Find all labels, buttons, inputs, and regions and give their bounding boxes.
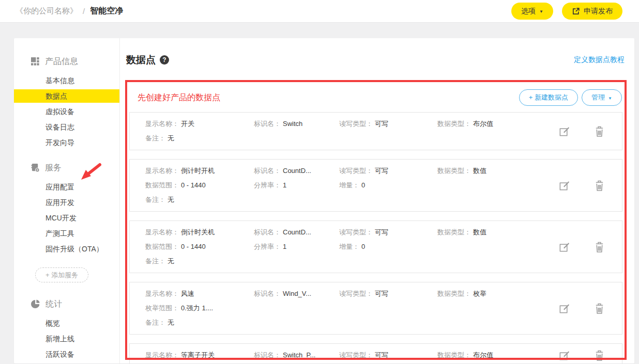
new-datapoint-button[interactable]: + 新建数据点	[519, 89, 578, 106]
delete-datapoint-icon[interactable]	[594, 350, 605, 361]
help-icon[interactable]: ?	[160, 55, 169, 65]
external-link-icon	[572, 7, 580, 15]
field-value: 0 - 1440	[181, 243, 206, 250]
content-header: 数据点 ? 定义数据点教程	[126, 52, 625, 68]
sidebar-item[interactable]: 新增上线	[14, 331, 119, 346]
sidebar-item[interactable]: MCU开发	[14, 210, 119, 226]
field-label: 标识名：	[254, 351, 281, 359]
field-label: 显示名称：	[145, 167, 179, 175]
manage-button-label: 管理	[591, 93, 605, 102]
sidebar-items-services: 应用配置应用开发MCU开发产测工具固件升级（OTA）	[14, 179, 119, 257]
options-button[interactable]: 选项 ▼	[511, 3, 553, 20]
field-value: 开关	[181, 120, 194, 128]
edit-datapoint-icon[interactable]	[558, 180, 570, 192]
sidebar-item[interactable]: 活跃设备	[14, 346, 119, 362]
datapoint-list: 显示名称：开关标识名：Switch读写类型：可写数据类型：布尔值备注：无显示名称…	[125, 112, 627, 363]
sidebar-section-title: 统计	[45, 299, 62, 310]
sidebar-item[interactable]: 虚拟设备	[14, 104, 119, 119]
main-card: 产品信息 基本信息数据点虚拟设备设备日志开发向导 服务 应用配置应用开发MCU开…	[14, 38, 634, 363]
field-label: 读写类型：	[339, 167, 373, 175]
publish-button-label: 申请发布	[584, 7, 613, 16]
field-value: 0	[361, 181, 365, 189]
datapoint-row: 显示名称：等离子开关标识名：Switch_P...读写类型：可写数据类型：布尔值	[129, 343, 622, 363]
datapoints-panel-header: 先创建好产品的数据点 + 新建数据点 管理 ▼	[125, 80, 627, 110]
manage-button[interactable]: 管理 ▼	[582, 89, 622, 106]
sidebar-item[interactable]: 产测工具	[14, 226, 119, 241]
field-label: 数据范围：	[145, 243, 179, 250]
field-value: 无	[168, 257, 174, 265]
sidebar: 产品信息 基本信息数据点虚拟设备设备日志开发向导 服务 应用配置应用开发MCU开…	[14, 38, 120, 363]
sidebar-item[interactable]: 开发向导	[14, 135, 119, 150]
field-value: 风速	[181, 290, 194, 297]
field-value: 0 - 1440	[181, 181, 206, 189]
field-label: 显示名称：	[145, 228, 179, 236]
pie-chart-icon	[31, 299, 40, 309]
field-value: 1	[283, 243, 286, 250]
field-value: 布尔值	[473, 120, 493, 128]
content-area: 数据点 ? 定义数据点教程 先创建好产品的数据点 + 新建数据点 管理 ▼ 显示…	[120, 38, 634, 363]
field-value: 可写	[375, 228, 388, 236]
tutorial-link[interactable]: 定义数据点教程	[574, 55, 625, 65]
field-label: 数据类型：	[437, 120, 471, 128]
annotation-text: 先创建好产品的数据点	[138, 92, 220, 103]
field-label: 数据类型：	[437, 351, 471, 359]
delete-datapoint-icon[interactable]	[594, 241, 605, 253]
field-value: 可写	[375, 120, 388, 128]
field-label: 分辨率：	[254, 181, 281, 189]
breadcrumb-product: 智能空净	[90, 6, 123, 17]
options-button-label: 选项	[521, 7, 536, 16]
sidebar-item[interactable]: 活跃周期	[14, 362, 119, 363]
datapoint-row: 显示名称：倒计时关机标识名：CountD...读写类型：可写数据类型：数值数据范…	[129, 220, 622, 273]
field-label: 备注：	[145, 319, 165, 326]
field-label: 数据类型：	[437, 228, 471, 236]
field-value: 0	[361, 243, 365, 250]
panel-buttons: + 新建数据点 管理 ▼	[519, 89, 622, 106]
field-value: 可写	[375, 167, 388, 175]
field-value: 无	[168, 319, 174, 326]
datapoint-row: 显示名称：风速标识名：Wind_V...读写类型：可写数据类型：枚举枚举范围：0…	[129, 282, 622, 335]
sidebar-item[interactable]: 基本信息	[14, 73, 119, 88]
field-value: 数值	[473, 167, 486, 175]
field-label: 显示名称：	[145, 290, 179, 297]
publish-button[interactable]: 申请发布	[562, 3, 622, 20]
sidebar-section-statistics: 统计	[14, 298, 119, 310]
sidebar-item[interactable]: 应用配置	[14, 179, 119, 195]
field-label: 读写类型：	[339, 290, 373, 297]
delete-datapoint-icon[interactable]	[594, 303, 605, 314]
field-label: 数据类型：	[437, 167, 471, 175]
sidebar-item[interactable]: 概览	[14, 315, 119, 331]
edit-datapoint-icon[interactable]	[558, 241, 570, 253]
page-title: 数据点	[126, 53, 156, 67]
field-label: 读写类型：	[339, 228, 373, 236]
field-value: Switch	[283, 120, 302, 128]
topbar: 《你的公司名称》 / 智能空净 选项 ▼ 申请发布	[0, 0, 639, 23]
chevron-down-icon: ▼	[539, 9, 543, 14]
field-value: 倒计时关机	[181, 228, 215, 236]
field-label: 标识名：	[254, 120, 281, 128]
delete-datapoint-icon[interactable]	[594, 125, 605, 137]
sidebar-items-statistics: 概览新增上线活跃设备活跃周期	[14, 315, 119, 363]
sidebar-item[interactable]: 应用开发	[14, 195, 119, 210]
field-value: 可写	[375, 290, 388, 297]
sidebar-item[interactable]: 固件升级（OTA）	[14, 241, 119, 257]
edit-datapoint-icon[interactable]	[558, 350, 570, 361]
field-label: 分辨率：	[254, 243, 281, 250]
edit-datapoint-icon[interactable]	[558, 125, 570, 137]
sidebar-section-services: 服务	[14, 162, 119, 174]
add-service-button[interactable]: + 添加服务	[35, 267, 88, 282]
field-label: 标识名：	[254, 228, 281, 236]
sidebar-item[interactable]: 数据点	[14, 89, 119, 103]
field-value: 等离子开关	[181, 351, 215, 359]
breadcrumb-company[interactable]: 《你的公司名称》	[16, 6, 78, 16]
field-label: 显示名称：	[145, 351, 179, 359]
field-label: 显示名称：	[145, 120, 179, 128]
breadcrumb: 《你的公司名称》 / 智能空净	[16, 6, 123, 17]
field-label: 数据类型：	[437, 290, 471, 297]
edit-datapoint-icon[interactable]	[558, 303, 570, 314]
sidebar-item[interactable]: 设备日志	[14, 119, 119, 135]
sidebar-items-product-info: 基本信息数据点虚拟设备设备日志开发向导	[14, 73, 119, 150]
field-value: 数值	[473, 228, 486, 236]
topbar-actions: 选项 ▼ 申请发布	[511, 3, 622, 20]
delete-datapoint-icon[interactable]	[594, 180, 605, 192]
field-label: 增量：	[339, 181, 359, 189]
